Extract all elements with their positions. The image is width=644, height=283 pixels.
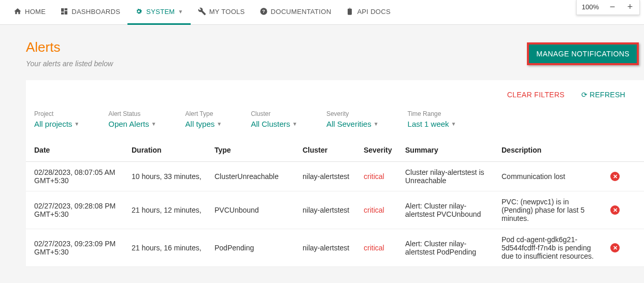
wrench-icon: [198, 7, 206, 16]
filter-cluster-label: Cluster: [251, 110, 297, 117]
cell-duration: 10 hours, 33 minutes,: [126, 162, 209, 191]
alerts-table: Date Duration Type Cluster Severity Summ…: [26, 139, 644, 267]
filter-time-range-label: Time Range: [408, 110, 456, 117]
table-row: 02/28/2023, 08:07:05 AM GMT+5:30 10 hour…: [26, 162, 644, 191]
dashboard-icon: [60, 7, 68, 16]
cell-type: ClusterUnreachable: [209, 162, 297, 191]
filter-project-label: Project: [34, 110, 79, 117]
col-duration: Duration: [126, 139, 209, 162]
col-type: Type: [209, 139, 297, 162]
refresh-button[interactable]: ⟳ REFRESH: [581, 91, 625, 99]
home-icon: [13, 7, 22, 16]
nav-documentation[interactable]: ? DOCUMENTATION: [252, 0, 339, 25]
manage-notifications-button[interactable]: MANAGE NOTIFICATIONS: [527, 42, 639, 65]
zoom-in-button[interactable]: +: [626, 2, 634, 12]
nav-home[interactable]: HOME: [6, 0, 53, 25]
filter-severity-value: All Severities: [326, 120, 371, 128]
nav-system[interactable]: SYSTEM ▼: [127, 0, 190, 25]
table-row: 02/27/2023, 09:23:09 PM GMT+5:30 21 hour…: [26, 229, 644, 267]
cell-description: Pod cd-agent-gdk6g21-5d544fcdff-f7n4b is…: [496, 229, 605, 267]
nav-home-label: HOME: [25, 8, 46, 16]
zoom-level: 100%: [582, 3, 599, 11]
gear-icon: [135, 7, 143, 16]
col-summary: Summary: [400, 139, 496, 162]
filter-alert-type-label: Alert Type: [185, 110, 222, 117]
help-icon: ?: [260, 7, 268, 16]
filter-alert-type[interactable]: Alert Type All types▼: [185, 110, 222, 128]
zoom-out-button[interactable]: −: [608, 2, 617, 12]
filter-severity-label: Severity: [326, 110, 379, 117]
col-cluster: Cluster: [297, 139, 359, 162]
dismiss-alert-button[interactable]: ✕: [610, 205, 620, 215]
cell-severity: critical: [359, 191, 400, 229]
cell-cluster: nilay-alertstest: [297, 191, 359, 229]
cell-type: PVCUnbound: [209, 191, 297, 229]
col-date: Date: [26, 139, 126, 162]
filter-project-value: All projects: [34, 120, 72, 128]
cell-type: PodPending: [209, 229, 297, 267]
cell-severity: critical: [359, 162, 400, 191]
cell-summary: Alert: Cluster nilay-alertstest PVCUnbou…: [400, 191, 496, 229]
clear-filters-button[interactable]: CLEAR FILTERS: [507, 91, 565, 99]
filter-time-range[interactable]: Time Range Last 1 week▼: [408, 110, 456, 128]
table-row: 02/27/2023, 09:28:08 PM GMT+5:30 21 hour…: [26, 191, 644, 229]
chevron-down-icon: ▼: [451, 121, 456, 127]
nav-apidocs[interactable]: API DOCS: [338, 0, 398, 25]
alerts-card: CLEAR FILTERS ⟳ REFRESH Project All proj…: [26, 80, 644, 267]
cell-cluster: nilay-alertstest: [297, 229, 359, 267]
nav-system-label: SYSTEM: [146, 8, 175, 16]
chevron-down-icon: ▼: [292, 121, 297, 127]
refresh-icon: ⟳: [581, 91, 588, 99]
cell-duration: 21 hours, 12 minutes,: [126, 191, 209, 229]
filter-cluster[interactable]: Cluster All Clusters▼: [251, 110, 297, 128]
filter-project[interactable]: Project All projects▼: [34, 110, 79, 128]
filter-status-label: Alert Status: [108, 110, 156, 117]
filter-time-range-value: Last 1 week: [408, 120, 449, 128]
clipboard-icon: [346, 7, 354, 16]
filter-status[interactable]: Alert Status Open Alerts▼: [108, 110, 156, 128]
nav-mytools[interactable]: MY TOOLS: [191, 0, 252, 25]
cell-cluster: nilay-alertstest: [297, 162, 359, 191]
refresh-label: REFRESH: [590, 91, 625, 99]
nav-mytools-label: MY TOOLS: [209, 8, 245, 16]
filter-bar: Project All projects▼ Alert Status Open …: [26, 105, 644, 139]
cell-summary: Alert: Cluster nilay-alertstest PodPendi…: [400, 229, 496, 267]
cell-summary: Cluster nilay-alertstest is Unreachable: [400, 162, 496, 191]
nav-dashboards[interactable]: DASHBOARDS: [53, 0, 127, 25]
filter-alert-type-value: All types: [185, 120, 215, 128]
filter-cluster-value: All Clusters: [251, 120, 290, 128]
chevron-down-icon: ▼: [178, 9, 183, 14]
chevron-down-icon: ▼: [217, 121, 222, 127]
svg-text:?: ?: [262, 9, 265, 14]
cell-severity: critical: [359, 229, 400, 267]
nav-apidocs-label: API DOCS: [357, 8, 391, 16]
nav-documentation-label: DOCUMENTATION: [271, 8, 332, 16]
cell-description: PVC: (newpvc1) is in (Pending) phase for…: [496, 191, 605, 229]
cell-date: 02/27/2023, 09:28:08 PM GMT+5:30: [26, 191, 126, 229]
top-nav: HOME DASHBOARDS SYSTEM ▼ MY TOOLS ? DOCU…: [0, 0, 644, 25]
col-description: Description: [496, 139, 605, 162]
chevron-down-icon: ▼: [151, 121, 156, 127]
chevron-down-icon: ▼: [74, 121, 79, 127]
filter-status-value: Open Alerts: [108, 120, 149, 128]
cell-description: Communication lost: [496, 162, 605, 191]
cell-date: 02/27/2023, 09:23:09 PM GMT+5:30: [26, 229, 126, 267]
cell-duration: 21 hours, 16 minutes,: [126, 229, 209, 267]
col-severity: Severity: [359, 139, 400, 162]
zoom-control: 100% − +: [576, 0, 640, 15]
chevron-down-icon: ▼: [374, 121, 379, 127]
page-subtitle: Your alerts are listed below: [26, 59, 113, 68]
dismiss-alert-button[interactable]: ✕: [610, 172, 620, 181]
cell-date: 02/28/2023, 08:07:05 AM GMT+5:30: [26, 162, 126, 191]
dismiss-alert-button[interactable]: ✕: [610, 243, 620, 252]
nav-dashboards-label: DASHBOARDS: [71, 8, 120, 16]
filter-severity[interactable]: Severity All Severities▼: [326, 110, 379, 128]
page-title: Alerts: [26, 39, 113, 55]
